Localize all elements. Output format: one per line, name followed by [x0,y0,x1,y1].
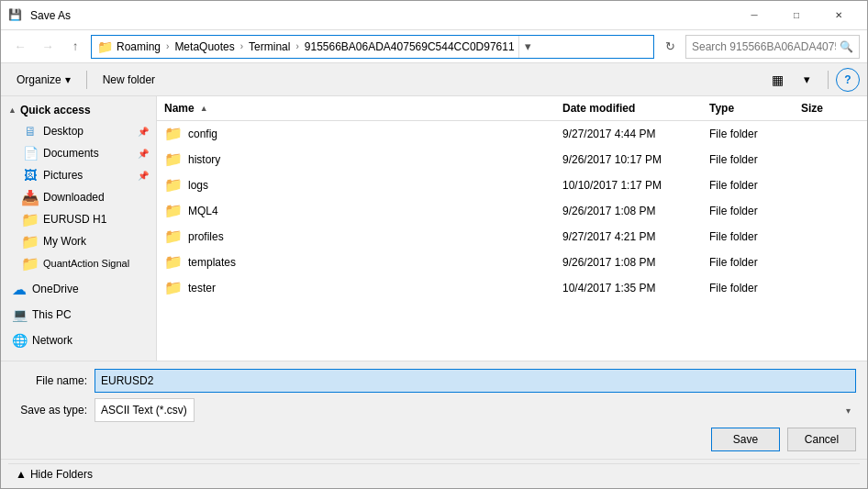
title-bar-left: 💾 Save As [8,8,71,23]
file-size [794,235,867,239]
hide-folders-button[interactable]: ▲ Hide Folders [8,463,860,484]
column-type[interactable]: Type [702,100,794,117]
folder-icon: 📁 [164,202,183,219]
sidebar-item-pictures[interactable]: 🖼 Pictures 📌 [1,164,156,186]
pin-icon-documents: 📌 [138,149,149,159]
hide-folders-label: Hide Folders [30,468,93,481]
sidebar-item-mywork-label: My Work [43,235,86,248]
help-button[interactable]: ? [836,68,860,92]
quick-access-label: Quick access [20,104,91,117]
new-folder-label: New folder [103,73,155,86]
new-folder-button[interactable]: New folder [95,68,163,92]
help-icon: ? [844,73,851,86]
file-name-logs: 📁 logs [157,174,555,195]
address-part-metaquotes: MetaQuotes [174,40,234,53]
back-button[interactable]: ← [8,35,32,59]
file-type: File folder [702,228,794,245]
folder-icon: 📁 [164,125,183,142]
column-size[interactable]: Size [794,100,867,117]
title-bar: 💾 Save As ─ □ ✕ [1,1,867,30]
minimize-button[interactable]: ─ [733,1,775,30]
thispc-icon: 💻 [12,307,27,322]
column-date-modified[interactable]: Date modified [555,100,702,117]
search-icon[interactable]: 🔍 [840,40,853,53]
forward-icon: → [41,39,53,53]
file-size [794,132,867,136]
sidebar-item-pictures-label: Pictures [43,169,83,182]
table-row[interactable]: 📁 templates 9/26/2017 1:08 PM File folde… [157,250,867,275]
select-arrow-icon: ▾ [846,406,851,416]
file-date: 9/26/2017 1:08 PM [555,254,702,271]
up-icon: ↑ [72,39,79,53]
file-name-tester: 📁 tester [157,277,555,298]
sidebar-item-downloaded[interactable]: 📥 Downloaded [1,186,156,208]
sidebar-item-eurusd-label: EURUSD H1 [43,213,106,226]
up-button[interactable]: ↑ [63,35,87,59]
sidebar-item-documents[interactable]: 📄 Documents 📌 [1,142,156,164]
maximize-button[interactable]: □ [775,1,818,30]
address-bar[interactable]: 📁 Roaming › MetaQuotes › Terminal › 9155… [91,35,654,59]
column-name[interactable]: Name ▲ [157,100,555,117]
close-button[interactable]: ✕ [818,1,860,30]
action-separator-2 [828,71,829,89]
file-name-input[interactable] [95,369,856,393]
mywork-folder-icon: 📁 [23,234,38,249]
sidebar-item-mywork[interactable]: 📁 My Work [1,230,156,252]
save-as-type-select[interactable]: ASCII Text (*.csv) [95,398,195,422]
network-icon: 🌐 [12,333,27,348]
view-dropdown-button[interactable]: ▾ [793,68,820,92]
sidebar-item-onedrive[interactable]: ☁ OneDrive [1,278,156,300]
minimize-icon: ─ [751,10,757,20]
organize-label: Organize [17,73,61,86]
eurusd-folder-icon: 📁 [23,212,38,227]
file-list: Name ▲ Date modified Type Size 📁 config [157,96,867,361]
save-button[interactable]: Save [711,428,780,451]
sort-arrow: ▲ [200,104,208,113]
table-row[interactable]: 📁 MQL4 9/26/2017 1:08 PM File folder [157,198,867,224]
save-as-dialog: 💾 Save As ─ □ ✕ ← → ↑ 📁 Roa [0,0,868,489]
cancel-button[interactable]: Cancel [787,428,856,451]
address-dropdown-icon: ▾ [525,39,531,53]
view-button[interactable]: ▦ [763,68,791,92]
forward-button[interactable]: → [36,35,60,59]
address-sep-1: › [166,41,169,51]
table-row[interactable]: 📁 logs 10/10/2017 1:17 PM File folder [157,172,867,198]
sidebar-item-desktop[interactable]: 🖥 Desktop 📌 [1,120,156,142]
organize-arrow: ▾ [65,73,71,86]
sidebar-item-network-label: Network [32,334,72,347]
downloaded-icon: 📥 [23,190,38,205]
table-row[interactable]: 📁 tester 10/4/2017 1:35 PM File folder [157,275,867,301]
main-content: ▲ Quick access 🖥 Desktop 📌 📄 Documents 📌… [1,96,867,361]
pictures-icon: 🖼 [23,168,38,183]
table-row[interactable]: 📁 profiles 9/27/2017 4:21 PM File folder [157,224,867,250]
file-size [794,158,867,161]
organize-button[interactable]: Organize ▾ [8,68,79,92]
back-icon: ← [14,39,26,53]
action-bar: Organize ▾ New folder ▦ ▾ ? [1,63,867,96]
file-date: 9/27/2017 4:44 PM [555,126,702,142]
file-date: 9/26/2017 10:17 PM [555,151,702,168]
table-row[interactable]: 📁 config 9/27/2017 4:44 PM File folder [157,121,867,147]
folder-icon: 📁 [164,279,183,296]
desktop-icon: 🖥 [23,124,38,139]
quick-access-section: ▲ Quick access 🖥 Desktop 📌 📄 Documents 📌… [1,100,156,274]
sidebar-item-quantaction[interactable]: 📁 QuantAction Signal [1,252,156,274]
refresh-button[interactable]: ↻ [658,35,682,59]
toolbar: ← → ↑ 📁 Roaming › MetaQuotes › Terminal … [1,30,867,63]
file-list-header: Name ▲ Date modified Type Size [157,96,867,121]
quick-access-header[interactable]: ▲ Quick access [1,100,156,120]
sidebar-item-network[interactable]: 🌐 Network [1,329,156,351]
file-date: 10/10/2017 1:17 PM [555,177,702,194]
sidebar-item-thispc[interactable]: 💻 This PC [1,304,156,326]
onedrive-section: ☁ OneDrive [1,278,156,300]
search-input[interactable] [692,40,836,53]
maximize-icon: □ [794,10,799,20]
sidebar-item-desktop-label: Desktop [43,125,83,138]
sidebar-item-eurusd[interactable]: 📁 EURUSD H1 [1,208,156,230]
close-icon: ✕ [835,10,842,20]
quick-access-arrow: ▲ [8,106,17,115]
file-size [794,261,867,264]
address-sep-3: › [295,41,298,51]
table-row[interactable]: 📁 history 9/26/2017 10:17 PM File folder [157,147,867,172]
address-dropdown-button[interactable]: ▾ [518,35,537,59]
